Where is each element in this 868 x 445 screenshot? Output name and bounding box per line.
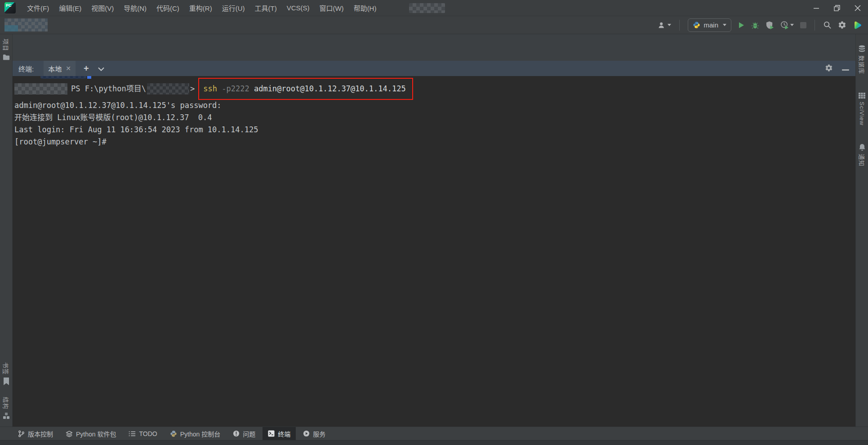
run-config-label: main [703,21,718,29]
python-logo-icon [693,21,700,29]
tool-button-label: 终端 [278,429,290,438]
todo-icon [129,431,136,437]
tab-close-icon[interactable]: ✕ [66,65,71,72]
redacted-window-title [409,3,445,13]
command-flag: -p2222 [217,83,249,95]
tool-button-label: TODO [139,430,157,437]
structure-label: 结构 [2,397,10,409]
tool-button-structure[interactable]: 结构 [2,397,10,419]
debug-button[interactable] [751,21,759,29]
terminal-tabbar: 终端: 本地 ✕ + [13,61,855,76]
prompt-path: PS F:\python项目\ [71,83,146,95]
menu-tools[interactable]: 工具(T) [249,0,281,16]
tool-button-problems[interactable]: 问题 [227,427,261,440]
menu-refactor[interactable]: 重构(R) [184,0,217,16]
menu-help[interactable]: 帮助(H) [349,0,382,16]
sciview-icon [858,92,866,99]
toolbar-separator [679,20,680,31]
pycharm-logo-icon: PC [4,2,16,13]
center-column: 终端: 本地 ✕ + [13,34,855,427]
run-with-coverage-button[interactable] [766,21,774,29]
tool-button-python-console[interactable]: Python 控制台 [165,427,226,440]
menu-view[interactable]: 视图(V) [86,0,119,16]
terminal-icon [268,430,275,437]
terminal-dropdown-icon[interactable] [98,65,104,72]
command-program: ssh [203,83,217,95]
gradient-play-icon[interactable] [853,20,863,30]
main-area: 项目 书签 结构 终端: 本地 ✕ + [0,34,868,427]
tool-button-python-packages[interactable]: Python 软件包 [60,427,121,440]
editor-background [13,34,855,61]
folder-icon [3,54,10,60]
bookmarks-label: 书签 [2,362,10,375]
tool-button-project[interactable]: 项目 [2,39,10,60]
menu-edit[interactable]: 编辑(E) [54,0,86,16]
right-tool-stripe: 数据库 SciView 通知 [855,34,868,427]
tool-button-sciview[interactable]: SciView [858,92,866,126]
prompt-symbol: > [190,83,195,95]
command-target: admin@root@10.1.12.37@10.1.14.125 [249,83,406,95]
tool-button-terminal[interactable]: 终端 [263,427,296,440]
menu-file[interactable]: 文件(F) [22,0,54,16]
main-toolbar: main [0,16,868,34]
project-label: 项目 [2,39,10,51]
stop-button [800,22,806,28]
terminal-minimize-icon[interactable] [842,65,849,72]
close-button[interactable] [847,0,868,16]
restore-button[interactable] [827,0,847,16]
tool-button-notifications[interactable]: 通知 [858,144,866,166]
terminal-tab-local[interactable]: 本地 ✕ [44,61,76,76]
terminal-settings-gear-icon[interactable] [825,64,833,73]
tool-button-label: Python 软件包 [76,429,116,438]
settings-gear-icon[interactable] [838,21,846,29]
tool-button-services[interactable]: 服务 [298,427,331,440]
terminal-line-connect: 开始连接到 Linux账号模版(root)@10.1.12.37 0.4 [14,112,855,124]
user-account-icon[interactable] [658,22,671,29]
left-tool-stripe: 项目 书签 结构 [0,34,13,427]
search-everywhere-icon[interactable] [823,21,832,29]
terminal-tabbar-controls [825,64,849,73]
menu-navigate[interactable]: 导航(N) [119,0,151,16]
tool-button-label: 版本控制 [28,429,53,438]
redacted-fragment [40,76,86,79]
new-terminal-icon[interactable]: + [84,63,89,74]
redacted-project-selector[interactable] [4,18,48,31]
menu-run[interactable]: 运行(U) [217,0,250,16]
profiler-button[interactable] [780,21,794,29]
chevron-down-icon [723,24,726,26]
terminal-line-lastlogin: Last login: Fri Aug 11 16:36:54 2023 fro… [14,124,855,136]
database-icon [858,45,866,53]
redacted-fragment-highlight [87,76,91,79]
structure-icon [3,412,10,419]
menu-vcs[interactable]: VCS(S) [282,0,315,16]
redacted-prompt-folder [147,83,189,94]
run-button[interactable] [738,22,745,29]
tool-button-version-control[interactable]: 版本控制 [13,427,58,440]
redacted-prompt-user [14,83,67,94]
terminal-prompt-line: PS F:\python项目\ > ssh -p2222 admin@root@… [14,78,855,99]
version-control-icon [18,430,25,437]
services-icon [303,430,310,437]
notifications-bell-icon [859,144,866,151]
titlebar: PC 文件(F) 编辑(E) 视图(V) 导航(N) 代码(C) 重构(R) 运… [0,0,868,16]
minimize-button[interactable] [806,0,827,16]
terminal-panel-title: 终端: [18,64,34,73]
tool-button-database[interactable]: 数据库 [858,45,866,74]
menu-window[interactable]: 窗口(W) [314,0,348,16]
notifications-label: 通知 [858,154,866,166]
python-console-icon [170,430,177,437]
highlight-red-box: ssh -p2222 admin@root@10.1.12.37@10.1.14… [198,78,413,100]
tool-button-label: Python 控制台 [180,429,220,438]
tool-button-todo[interactable]: TODO [123,427,162,440]
run-configuration-select[interactable]: main [688,18,731,32]
tool-button-label: 问题 [243,429,255,438]
database-label: 数据库 [858,55,866,74]
terminal-tab-label: 本地 [48,64,62,73]
tool-button-bookmarks[interactable]: 书签 [2,362,10,385]
menu-code[interactable]: 代码(C) [151,0,184,16]
chevron-down-icon [668,24,671,26]
terminal-line-shell-prompt: [root@jumpserver ~]# [14,136,855,148]
sciview-label: SciView [859,102,865,126]
chevron-down-icon [790,24,794,26]
terminal-output[interactable]: PS F:\python项目\ > ssh -p2222 admin@root@… [13,76,855,427]
